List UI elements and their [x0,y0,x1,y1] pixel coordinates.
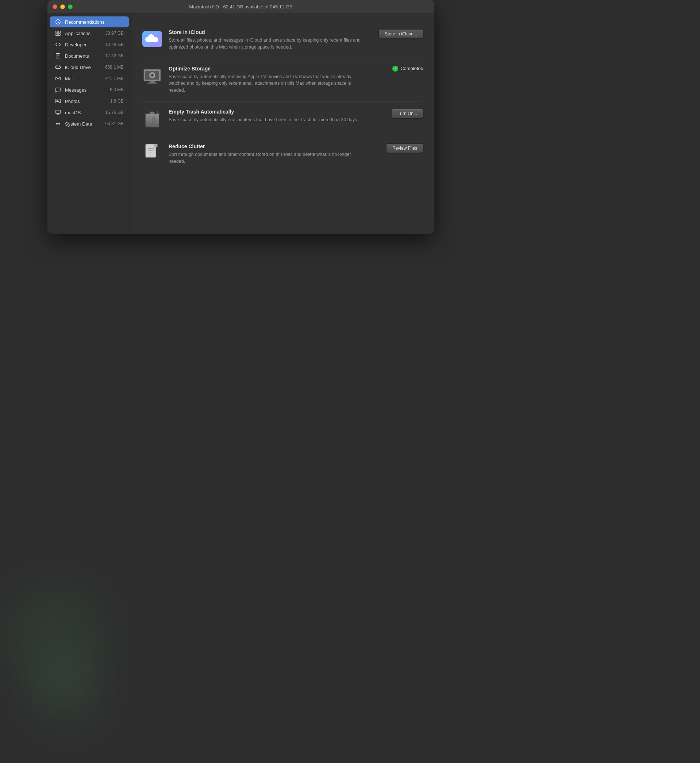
rec-card-reduce-clutter: Reduce ClutterSort through documents and… [142,136,423,172]
svg-rect-1 [56,31,58,33]
svg-rect-2 [58,31,60,33]
rec-action-optimize: ✓Completed [372,66,423,72]
content-area: RecommendationsApplications38.97 GBDevel… [47,13,434,234]
main-panel: Store in iCloudStore all files, photos, … [131,13,434,234]
sidebar-item-size: 38.97 GB [105,31,124,36]
sidebar-item-developer[interactable]: Developer13.28 GB [50,39,129,50]
traffic-lights [53,5,73,9]
sidebar-item-size: 15.76 GB [105,110,124,115]
sidebar-item-size: 13.28 GB [105,42,124,47]
rec-title-reduce-clutter: Reduce Clutter [169,144,366,149]
svg-point-16 [58,124,59,125]
sidebar-item-label: System Data [65,121,102,127]
storage-icon [142,66,162,85]
sidebar-item-label: Applications [65,31,102,36]
photos-icon [55,98,61,105]
sidebar-item-label: Developer [65,42,102,47]
completed-dot: ✓ [392,66,398,72]
trash-icon [142,109,162,128]
sidebar-item-label: Photos [65,99,106,104]
svg-rect-25 [147,83,157,84]
window-title: Macintosh HD - 62.41 GB available of 245… [189,4,292,9]
rec-desc-optimize: Save space by automatically removing App… [169,73,366,94]
rec-text-optimize: Optimize StorageSave space by automatica… [169,66,366,94]
svg-point-17 [59,124,60,125]
sidebar-item-size: 17.33 GB [105,53,124,58]
rec-card-optimize: Optimize StorageSave space by automatica… [142,58,423,102]
sidebar-item-applications[interactable]: Applications38.97 GB [50,28,129,39]
rec-desc-empty-trash: Save space by automatically erasing item… [169,116,366,124]
completed-badge-optimize: ✓Completed [392,66,423,72]
icloud-icon [55,64,61,70]
sidebar-item-documents[interactable]: Documents17.33 GB [50,50,129,61]
sidebar-item-size: 1.8 GB [110,99,124,104]
sidebar-item-macos[interactable]: macOS15.76 GB [50,107,129,118]
close-button[interactable] [53,5,57,9]
svg-rect-29 [150,112,155,114]
rec-card-icloud: Store in iCloudStore all files, photos, … [142,22,423,58]
rec-title-icloud: Store in iCloud [169,29,366,35]
sidebar-item-mail[interactable]: Mail441.1 MB [50,73,129,84]
rec-title-empty-trash: Empty Trash Automatically [169,109,366,115]
sidebar-item-label: Recommendations [65,19,124,25]
svg-point-15 [56,124,57,125]
messages-icon [55,86,61,93]
svg-rect-24 [150,81,155,83]
sidebar-item-label: Documents [65,53,102,59]
sidebar-item-photos[interactable]: Photos1.8 GB [50,95,129,106]
main-window: Macintosh HD - 62.41 GB available of 245… [47,0,434,234]
sidebar-item-size: 658.1 MB [105,65,124,70]
rec-button-empty-trash[interactable]: Turn On... [391,109,423,118]
developer-icon [55,41,61,48]
rec-action-reduce-clutter: Review Files [372,144,423,153]
minimize-button[interactable] [60,5,65,9]
recommendations-icon [55,19,61,25]
maximize-button[interactable] [68,5,73,9]
sidebar-item-size: 6.3 MB [110,87,124,92]
sidebar-item-label: Messages [65,87,106,93]
rec-text-empty-trash: Empty Trash AutomaticallySave space by a… [169,109,366,124]
svg-point-23 [152,75,153,76]
sidebar: RecommendationsApplications38.97 GBDevel… [47,13,131,234]
sidebar-item-label: macOS [65,110,102,116]
rec-button-reduce-clutter[interactable]: Review Files [386,144,423,153]
rec-button-icloud[interactable]: Store in iCloud... [378,29,423,39]
rec-desc-icloud: Store all files, photos, and messages in… [169,37,366,51]
sidebar-item-label: Mail [65,76,102,81]
rec-card-empty-trash: Empty Trash AutomaticallySave space by a… [142,102,423,136]
mail-icon [55,75,61,82]
sidebar-item-recommendations[interactable]: Recommendations [50,16,129,27]
rec-desc-reduce-clutter: Sort through documents and other content… [169,151,366,165]
svg-rect-12 [56,110,60,114]
sidebar-item-label: iCloud Drive [65,65,102,70]
rec-text-icloud: Store in iCloudStore all files, photos, … [169,29,366,51]
icloud-icon [142,29,162,49]
system-data-icon [55,120,61,127]
macos-icon [55,109,61,116]
rec-title-optimize: Optimize Storage [169,66,366,72]
sidebar-item-icloud-drive[interactable]: iCloud Drive658.1 MB [50,62,129,73]
rec-action-empty-trash: Turn On... [372,109,423,118]
rec-text-reduce-clutter: Reduce ClutterSort through documents and… [169,144,366,165]
document-icon [142,144,162,163]
svg-rect-34 [155,144,157,147]
sidebar-item-messages[interactable]: Messages6.3 MB [50,84,129,95]
sidebar-item-size: 441.1 MB [105,76,124,81]
svg-rect-9 [56,77,60,80]
applications-icon [55,30,61,36]
documents-icon [55,53,61,59]
rec-action-icloud: Store in iCloud... [372,29,423,39]
titlebar: Macintosh HD - 62.41 GB available of 245… [47,0,434,13]
svg-rect-3 [56,34,58,35]
sidebar-item-size: 94.31 GB [105,121,124,126]
svg-rect-4 [58,34,60,35]
sidebar-item-system-data[interactable]: System Data94.31 GB [50,118,129,129]
completed-label: Completed [400,66,423,71]
